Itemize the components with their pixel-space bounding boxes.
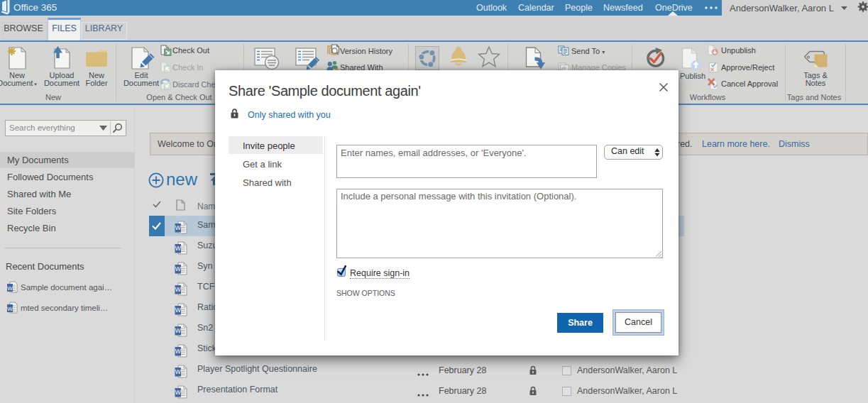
svg-text:W: W (7, 285, 13, 292)
svg-text:W: W (175, 368, 181, 375)
svg-text:W: W (175, 389, 181, 396)
svg-text:W: W (175, 245, 181, 252)
svg-text:W: W (175, 286, 181, 293)
svg-text:W: W (175, 307, 181, 314)
svg-text:W: W (175, 348, 181, 355)
svg-text:W: W (7, 306, 13, 312)
svg-text:W: W (175, 265, 181, 272)
svg-text:W: W (175, 224, 181, 231)
svg-text:W: W (175, 327, 181, 334)
